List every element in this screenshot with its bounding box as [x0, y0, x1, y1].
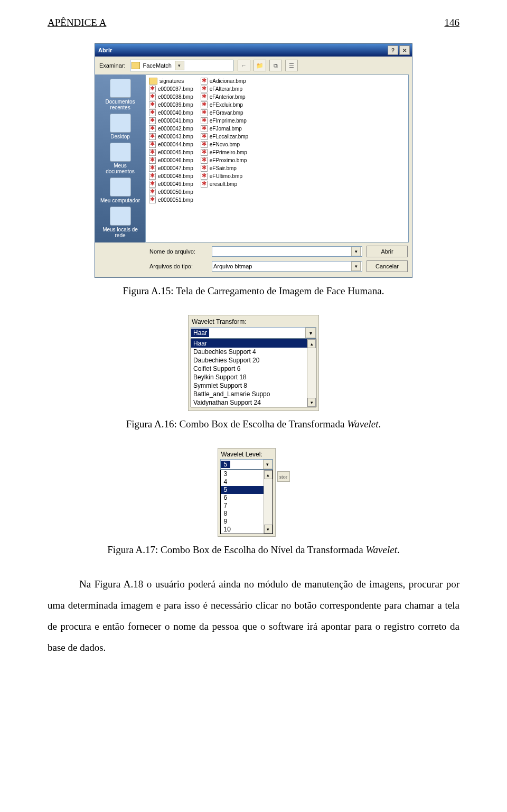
views-icon[interactable]: ☰: [285, 60, 298, 71]
cancel-button[interactable]: Cancelar: [367, 260, 408, 272]
file-item[interactable]: e0000044.bmp: [149, 141, 193, 148]
file-list[interactable]: signaturese0000037.bmpe0000038.bmpe00000…: [145, 74, 409, 242]
close-button[interactable]: ✕: [399, 45, 410, 55]
scroll-down-icon[interactable]: ▾: [264, 525, 273, 534]
file-item[interactable]: eFProximo.bmp: [201, 156, 248, 164]
file-item[interactable]: eFSair.bmp: [201, 164, 248, 172]
wavelet-transform-option[interactable]: Beylkin Support 18: [191, 373, 307, 381]
places-item[interactable]: Meus documentos: [99, 143, 142, 174]
file-item[interactable]: e0000038.bmp: [149, 93, 193, 101]
scroll-up-icon[interactable]: ▴: [307, 339, 316, 348]
file-item[interactable]: e0000043.bmp: [149, 133, 193, 141]
file-item[interactable]: e0000037.bmp: [149, 85, 193, 93]
file-item[interactable]: e0000047.bmp: [149, 164, 193, 172]
chevron-down-icon[interactable]: ▾: [305, 328, 316, 338]
chevron-down-icon[interactable]: ▾: [351, 262, 361, 271]
wavelet-transform-option[interactable]: Vaidynathan Support 24: [191, 398, 307, 407]
up-one-level-icon[interactable]: 📁: [253, 60, 266, 71]
examine-combo[interactable]: FaceMatch ▾: [130, 60, 233, 71]
scroll-track[interactable]: [307, 348, 316, 398]
scroll-track[interactable]: [264, 479, 273, 525]
places-item[interactable]: Documentos recentes: [99, 79, 142, 110]
file-item[interactable]: e0000048.bmp: [149, 172, 193, 180]
file-item[interactable]: eFExcluir.bmp: [201, 101, 248, 109]
file-item[interactable]: eFPrimeiro.bmp: [201, 148, 248, 156]
bitmap-file-icon: [149, 117, 156, 124]
wavelet-level-dropdown[interactable]: 345678910 ▴ ▾: [220, 470, 273, 534]
file-item[interactable]: e0000045.bmp: [149, 148, 193, 156]
wavelet-transform-dropdown[interactable]: HaarDaubechies Support 4Daubechies Suppo…: [191, 339, 316, 407]
wavelet-level-option[interactable]: 4: [221, 478, 264, 486]
places-item[interactable]: Meus locais de rede: [99, 207, 142, 238]
wavelet-transform-option[interactable]: Symmlet Support 8: [191, 381, 307, 390]
file-item[interactable]: e0000050.bmp: [149, 188, 193, 196]
wavelet-transform-option[interactable]: Daubechies Support 4: [191, 348, 307, 356]
dialog-titlebar: Abrir ? ✕: [95, 44, 412, 57]
bitmap-file-icon: [149, 141, 156, 148]
back-icon[interactable]: ←: [238, 60, 250, 71]
wavelet-level-option[interactable]: 6: [221, 494, 264, 502]
wavelet-level-option[interactable]: 10: [221, 526, 264, 534]
scrollbar[interactable]: ▴ ▾: [264, 470, 273, 534]
wavelet-transform-option[interactable]: Battle_and_Lamarie Suppo: [191, 390, 307, 398]
file-name: e0000041.bmp: [158, 118, 193, 124]
file-item[interactable]: eFNovo.bmp: [201, 141, 248, 148]
file-item[interactable]: e0000046.bmp: [149, 156, 193, 164]
wavelet-transform-option[interactable]: Daubechies Support 20: [191, 356, 307, 365]
background-fragment: stor: [277, 471, 290, 482]
page-header: APÊNDICE A 146: [48, 17, 459, 29]
file-name: e0000049.bmp: [158, 181, 193, 187]
wavelet-level-selected[interactable]: 5 ▾: [220, 459, 273, 470]
examine-value: FaceMatch: [142, 62, 173, 69]
file-item[interactable]: e0000039.bmp: [149, 101, 193, 109]
bitmap-file-icon: [201, 86, 208, 92]
file-item[interactable]: eFLocalizar.bmp: [201, 133, 248, 141]
body-paragraph: Na Figura A.18 o usuário poderá ainda no…: [48, 574, 459, 658]
places-item[interactable]: Desktop: [99, 114, 142, 139]
places-icon: [110, 79, 131, 98]
wavelet-transform-option[interactable]: Coiflet Support 6: [191, 365, 307, 373]
open-button[interactable]: Abrir: [367, 246, 408, 257]
file-item[interactable]: eresult.bmp: [201, 180, 248, 188]
wavelet-level-option[interactable]: 9: [221, 518, 264, 526]
file-name: e0000043.bmp: [158, 134, 193, 139]
file-item[interactable]: e0000041.bmp: [149, 117, 193, 125]
file-item[interactable]: eFUltimo.bmp: [201, 172, 248, 180]
filename-input[interactable]: ▾: [212, 246, 362, 257]
file-item[interactable]: eFImprime.bmp: [201, 117, 248, 125]
wavelet-level-option[interactable]: 7: [221, 502, 264, 510]
file-name: e0000044.bmp: [158, 142, 193, 147]
figure-caption-16: Figura A.16: Combo Box de Escolha de Tra…: [48, 418, 459, 430]
bitmap-file-icon: [201, 181, 208, 188]
file-item[interactable]: eFAnterior.bmp: [201, 93, 248, 101]
file-item[interactable]: e0000051.bmp: [149, 196, 193, 204]
help-button[interactable]: ?: [388, 45, 398, 55]
file-item[interactable]: eAdicionar.bmp: [201, 77, 248, 85]
chevron-down-icon[interactable]: ▾: [263, 460, 273, 469]
filetype-combo[interactable]: Arquivo bitmap ▾: [212, 261, 362, 272]
new-folder-icon[interactable]: ⧉: [269, 60, 282, 71]
file-item[interactable]: signatures: [149, 77, 193, 85]
filetype-label: Arquivos do tipo:: [149, 263, 208, 269]
wavelet-transform-option[interactable]: Haar: [191, 339, 307, 348]
bitmap-file-icon: [201, 117, 208, 124]
scroll-down-icon[interactable]: ▾: [307, 398, 316, 407]
file-item[interactable]: eFAlterar.bmp: [201, 85, 248, 93]
figure-caption-17: Figura A.17: Combo Box de Escolha do Nív…: [48, 544, 459, 556]
wavelet-level-option[interactable]: 5: [221, 486, 264, 494]
chevron-down-icon[interactable]: ▾: [351, 247, 361, 256]
places-item[interactable]: Meu computador: [99, 178, 142, 203]
file-name: e0000046.bmp: [158, 157, 193, 163]
wavelet-transform-selected[interactable]: Haar ▾: [191, 327, 316, 339]
wavelet-level-option[interactable]: 8: [221, 510, 264, 518]
scrollbar[interactable]: ▴ ▾: [307, 339, 316, 407]
file-item[interactable]: e0000042.bmp: [149, 125, 193, 133]
folder-icon: [132, 62, 140, 69]
file-item[interactable]: eFJornal.bmp: [201, 125, 248, 133]
file-item[interactable]: eFGravar.bmp: [201, 109, 248, 117]
scroll-up-icon[interactable]: ▴: [264, 470, 273, 479]
wavelet-level-option[interactable]: 3: [221, 470, 264, 478]
chevron-down-icon[interactable]: ▾: [175, 61, 184, 70]
file-item[interactable]: e0000040.bmp: [149, 109, 193, 117]
file-item[interactable]: e0000049.bmp: [149, 180, 193, 188]
